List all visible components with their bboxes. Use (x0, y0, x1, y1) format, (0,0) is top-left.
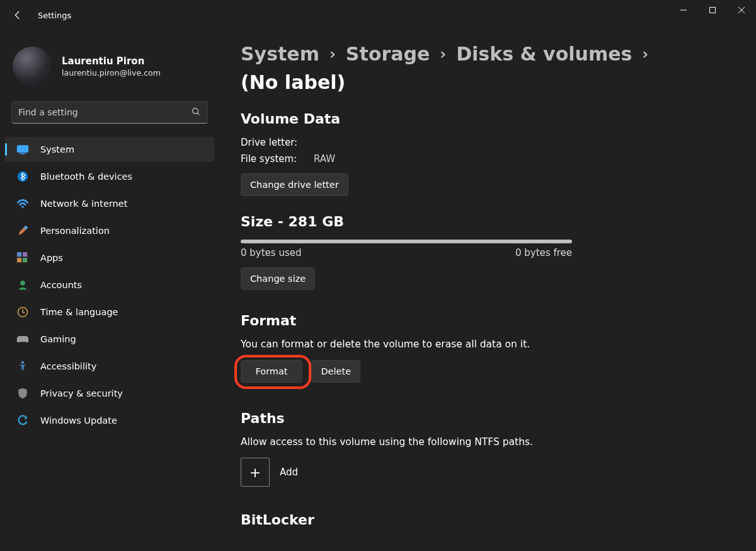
change-drive-letter-button[interactable]: Change drive letter (241, 173, 348, 196)
volume-data-section: Volume Data Drive letter: File system: R… (241, 111, 724, 196)
profile-name: Laurentiu Piron (62, 55, 161, 67)
breadcrumb: System › Storage › Disks & volumes › (No… (241, 43, 724, 93)
windows-update-icon (16, 414, 29, 427)
size-free-label: 0 bytes free (515, 247, 572, 258)
privacy-icon (16, 387, 29, 400)
sidebar-item-label: Windows Update (40, 415, 117, 426)
profile-email: laurentiu.piron@live.com (62, 68, 161, 78)
titlebar: Settings (0, 0, 756, 30)
svg-point-17 (21, 361, 25, 364)
search-input[interactable] (18, 107, 191, 117)
sidebar: Laurentiu Piron laurentiu.piron@live.com… (0, 30, 219, 551)
file-system-value: RAW (314, 153, 335, 165)
bluetooth-icon (16, 170, 29, 183)
sidebar-item-accounts[interactable]: Accounts (5, 272, 214, 298)
sidebar-item-label: System (40, 144, 74, 154)
arrow-left-icon (12, 9, 23, 21)
delete-button[interactable]: Delete (311, 360, 360, 383)
window-title: Settings (38, 11, 71, 20)
search-box[interactable] (11, 101, 208, 124)
sidebar-item-label: Personalization (40, 226, 110, 236)
chevron-right-icon: › (641, 45, 650, 63)
close-button[interactable] (727, 0, 756, 20)
svg-rect-12 (23, 252, 27, 257)
add-path-label: Add (280, 467, 298, 478)
sidebar-item-network[interactable]: Network & internet (5, 191, 214, 216)
file-system-label: File system: (241, 153, 314, 165)
sidebar-item-bluetooth[interactable]: Bluetooth & devices (5, 164, 214, 189)
svg-point-9 (21, 206, 23, 207)
format-button[interactable]: Format (241, 360, 302, 383)
breadcrumb-storage[interactable]: Storage (346, 43, 430, 65)
svg-rect-6 (17, 145, 28, 153)
window-controls (669, 0, 756, 20)
maximize-button[interactable] (698, 0, 727, 20)
bitlocker-section: BitLocker (241, 512, 724, 528)
apps-icon (16, 252, 29, 264)
avatar (13, 47, 52, 86)
sidebar-item-label: Network & internet (40, 199, 127, 209)
sidebar-item-label: Bluetooth & devices (40, 171, 132, 182)
breadcrumb-system[interactable]: System (241, 43, 319, 65)
search-icon (191, 107, 201, 119)
minimize-button[interactable] (669, 0, 698, 20)
network-icon (16, 197, 29, 210)
minimize-icon (680, 6, 687, 14)
size-section: Size - 281 GB 0 bytes used 0 bytes free … (241, 214, 724, 290)
sidebar-item-label: Apps (40, 253, 63, 263)
profile[interactable]: Laurentiu Piron laurentiu.piron@live.com (0, 43, 219, 101)
maximize-icon (709, 6, 716, 14)
add-path-button[interactable]: + (241, 458, 270, 487)
accounts-icon (16, 279, 29, 291)
svg-point-4 (193, 108, 198, 113)
breadcrumb-disks-volumes[interactable]: Disks & volumes (456, 43, 632, 65)
svg-point-15 (20, 281, 25, 286)
chevron-right-icon: › (328, 45, 337, 63)
size-used-label: 0 bytes used (241, 247, 301, 258)
sidebar-item-label: Time & language (40, 307, 118, 317)
format-section: Format You can format or delete the volu… (241, 313, 724, 383)
sidebar-item-label: Privacy & security (40, 388, 123, 398)
navigation: System Bluetooth & devices Network & int… (0, 135, 219, 435)
volume-data-heading: Volume Data (241, 111, 724, 127)
plus-icon: + (249, 465, 261, 480)
system-icon (16, 143, 29, 156)
sidebar-item-label: Accessibility (40, 361, 96, 371)
main-content: System › Storage › Disks & volumes › (No… (219, 30, 756, 551)
accessibility-icon (16, 360, 29, 373)
svg-rect-1 (710, 8, 716, 13)
sidebar-item-personalization[interactable]: Personalization (5, 218, 214, 243)
paths-description: Allow access to this volume using the fo… (241, 436, 724, 448)
time-language-icon (16, 306, 29, 318)
sidebar-item-apps[interactable]: Apps (5, 245, 214, 270)
settings-window: Settings Laurentiu Piron laurentiu.piron… (0, 0, 756, 551)
svg-rect-14 (23, 258, 27, 262)
svg-rect-11 (17, 252, 21, 257)
sidebar-item-system[interactable]: System (5, 137, 214, 162)
format-heading: Format (241, 313, 724, 328)
sidebar-item-label: Accounts (40, 280, 82, 290)
breadcrumb-current: (No label) (241, 71, 345, 93)
paths-heading: Paths (241, 410, 724, 426)
sidebar-item-accessibility[interactable]: Accessibility (5, 354, 214, 379)
size-heading: Size - 281 GB (241, 214, 724, 229)
back-button[interactable] (11, 9, 24, 21)
personalization-icon (16, 224, 29, 237)
sidebar-item-time-language[interactable]: Time & language (5, 299, 214, 325)
chevron-right-icon: › (438, 45, 447, 63)
close-icon (738, 6, 745, 14)
svg-line-5 (197, 113, 199, 115)
svg-rect-13 (17, 258, 21, 262)
sidebar-item-label: Gaming (40, 334, 76, 344)
drive-letter-label: Drive letter: (241, 137, 314, 148)
sidebar-item-privacy[interactable]: Privacy & security (5, 381, 214, 406)
paths-section: Paths Allow access to this volume using … (241, 410, 724, 487)
change-size-button[interactable]: Change size (241, 267, 315, 290)
size-bar (241, 240, 572, 243)
gaming-icon (16, 333, 29, 345)
bitlocker-heading: BitLocker (241, 512, 724, 528)
sidebar-item-windows-update[interactable]: Windows Update (5, 408, 214, 433)
svg-rect-7 (20, 153, 25, 154)
sidebar-item-gaming[interactable]: Gaming (5, 327, 214, 352)
format-description: You can format or delete the volume to e… (241, 339, 724, 350)
